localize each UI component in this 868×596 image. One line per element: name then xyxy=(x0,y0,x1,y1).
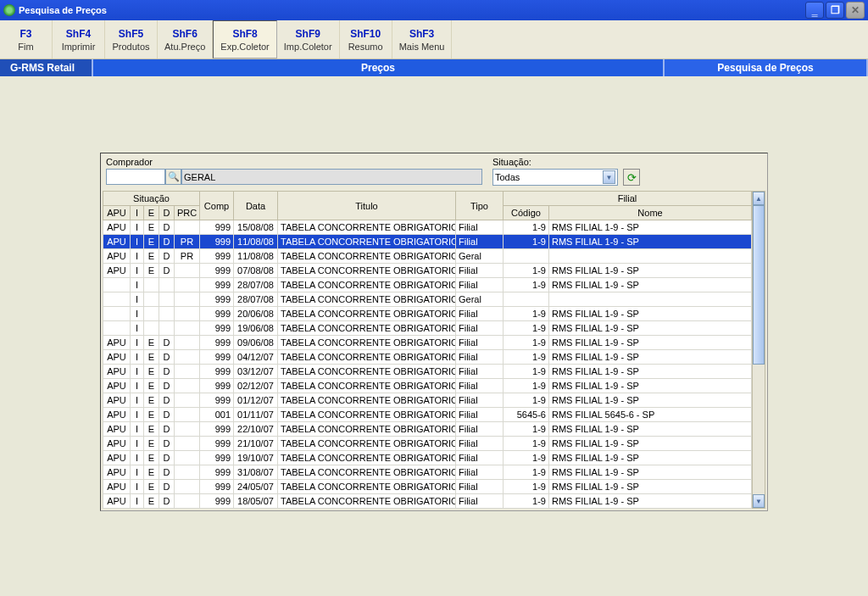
cell-tipo: Filial xyxy=(456,307,504,321)
scroll-down-button[interactable]: ▼ xyxy=(753,494,765,508)
cell-codigo xyxy=(504,249,549,264)
cell-prc xyxy=(175,264,200,278)
table-row[interactable]: APUIEDPR99911/08/08TABELA CONCORRENTE OB… xyxy=(103,235,752,249)
cell-codigo: 1-9 xyxy=(504,235,549,249)
tool-label: Exp.Coletor xyxy=(220,42,269,52)
cell-prc xyxy=(175,422,200,437)
table-row[interactable]: I99920/06/08TABELA CONCORRENTE OBRIGATOR… xyxy=(103,307,752,321)
cell-i: I xyxy=(131,480,144,494)
table-row[interactable]: APUIEDPR99911/08/08TABELA CONCORRENTE OB… xyxy=(103,249,752,264)
cell-data: 09/06/08 xyxy=(234,336,278,350)
th-situacao-group[interactable]: Situação xyxy=(103,192,200,206)
title-bar: Pesquisa de Preços ‗ ❐ ✕ xyxy=(0,0,868,20)
table-row[interactable]: APUIED99902/12/07TABELA CONCORRENTE OBRI… xyxy=(103,379,752,393)
table-row[interactable]: APUIED99915/08/08TABELA CONCORRENTE OBRI… xyxy=(103,220,752,235)
cell-d: D xyxy=(159,451,175,465)
tool-expcoletor[interactable]: ShF8Exp.Coletor xyxy=(213,20,276,58)
cell-nome: RMS FILIAL 1-9 - SP xyxy=(549,336,752,350)
cell-data: 18/05/07 xyxy=(234,494,278,509)
th-nome[interactable]: Nome xyxy=(549,206,752,220)
cell-codigo: 5645-6 xyxy=(504,408,549,422)
table-row[interactable]: APUIED99921/10/07TABELA CONCORRENTE OBRI… xyxy=(103,437,752,451)
th-prc[interactable]: PRC xyxy=(175,206,200,220)
comprador-input[interactable] xyxy=(106,169,165,185)
cell-titulo: TABELA CONCORRENTE OBRIGATORIO xyxy=(278,393,456,408)
tool-atupreo[interactable]: ShF6Atu.Preço xyxy=(158,20,213,58)
th-codigo[interactable]: Código xyxy=(504,206,549,220)
cell-nome: RMS FILIAL 1-9 - SP xyxy=(549,494,752,509)
table-row[interactable]: APUIED00101/11/07TABELA CONCORRENTE OBRI… xyxy=(103,408,752,422)
th-apu[interactable]: APU xyxy=(103,206,131,220)
cell-d: D xyxy=(159,494,175,509)
table-row[interactable]: APUIED99901/12/07TABELA CONCORRENTE OBRI… xyxy=(103,393,752,408)
table-row[interactable]: APUIED99922/10/07TABELA CONCORRENTE OBRI… xyxy=(103,422,752,437)
situacao-label: Situação: xyxy=(492,157,640,167)
tool-imprimir[interactable]: ShF4Imprimir xyxy=(53,20,105,58)
cell-comp: 999 xyxy=(200,365,234,379)
scroll-thumb[interactable] xyxy=(753,205,765,365)
scrollbar-vertical[interactable]: ▲ ▼ xyxy=(752,191,765,509)
table-row[interactable]: APUIED99931/08/07TABELA CONCORRENTE OBRI… xyxy=(103,465,752,480)
cell-codigo: 1-9 xyxy=(504,451,549,465)
situacao-select[interactable]: Todas ▼ xyxy=(492,169,618,186)
cell-prc xyxy=(175,379,200,393)
comprador-search-button[interactable]: 🔍 xyxy=(165,169,181,185)
cell-d: D xyxy=(159,350,175,365)
table-row[interactable]: APUIED99909/06/08TABELA CONCORRENTE OBRI… xyxy=(103,336,752,350)
cell-d xyxy=(159,278,175,292)
th-comp[interactable]: Comp xyxy=(200,192,234,220)
th-data[interactable]: Data xyxy=(234,192,278,220)
close-button[interactable]: ✕ xyxy=(846,2,865,19)
cell-codigo: 1-9 xyxy=(504,264,549,278)
cell-nome xyxy=(549,249,752,264)
cell-codigo: 1-9 xyxy=(504,480,549,494)
cell-e: E xyxy=(144,235,159,249)
cell-tipo: Filial xyxy=(456,278,504,292)
th-titulo[interactable]: Titulo xyxy=(278,192,456,220)
cell-data: 15/08/08 xyxy=(234,220,278,235)
cell-e: E xyxy=(144,422,159,437)
tool-produtos[interactable]: ShF5Produtos xyxy=(105,20,158,58)
cell-tipo: Filial xyxy=(456,437,504,451)
table-row[interactable]: I99928/07/08TABELA CONCORRENTE OBRIGATOR… xyxy=(103,278,752,292)
cell-nome: RMS FILIAL 1-9 - SP xyxy=(549,437,752,451)
cell-tipo: Filial xyxy=(456,480,504,494)
table-row[interactable]: APUIED99919/10/07TABELA CONCORRENTE OBRI… xyxy=(103,451,752,465)
cell-apu: APU xyxy=(103,350,131,365)
table-row[interactable]: APUIED99907/08/08TABELA CONCORRENTE OBRI… xyxy=(103,264,752,278)
th-filial-group[interactable]: Filial xyxy=(504,192,752,206)
toolbar: F3FimShF4ImprimirShF5ProdutosShF6Atu.Pre… xyxy=(0,20,868,59)
scroll-up-button[interactable]: ▲ xyxy=(753,192,765,205)
table-row[interactable]: APUIED99924/05/07TABELA CONCORRENTE OBRI… xyxy=(103,480,752,494)
cell-d xyxy=(159,307,175,321)
th-d[interactable]: D xyxy=(159,206,175,220)
cell-i: I xyxy=(131,321,144,336)
refresh-button[interactable]: ⟳ xyxy=(623,169,640,186)
tool-fim[interactable]: F3Fim xyxy=(0,20,53,58)
data-grid[interactable]: Situação Comp Data Titulo Tipo Filial AP… xyxy=(103,191,752,509)
cell-apu: APU xyxy=(103,336,131,350)
table-row[interactable]: APUIED99903/12/07TABELA CONCORRENTE OBRI… xyxy=(103,365,752,379)
cell-e xyxy=(144,321,159,336)
table-row[interactable]: APUIED99918/05/07TABELA CONCORRENTE OBRI… xyxy=(103,494,752,509)
cell-prc: PR xyxy=(175,235,200,249)
tool-resumo[interactable]: ShF10Resumo xyxy=(340,20,392,58)
table-row[interactable]: I99928/07/08TABELA CONCORRENTE OBRIGATOR… xyxy=(103,292,752,307)
th-tipo[interactable]: Tipo xyxy=(456,192,504,220)
th-e[interactable]: E xyxy=(144,206,159,220)
tool-maismenu[interactable]: ShF3Mais Menu xyxy=(392,20,453,58)
table-row[interactable]: APUIED99904/12/07TABELA CONCORRENTE OBRI… xyxy=(103,350,752,365)
cell-d: D xyxy=(159,437,175,451)
th-i[interactable]: I xyxy=(131,206,144,220)
minimize-button[interactable]: ‗ xyxy=(805,2,824,19)
table-row[interactable]: I99919/06/08TABELA CONCORRENTE OBRIGATOR… xyxy=(103,321,752,336)
cell-apu: APU xyxy=(103,465,131,480)
cell-i: I xyxy=(131,379,144,393)
cell-data: 31/08/07 xyxy=(234,465,278,480)
restore-button[interactable]: ❐ xyxy=(826,2,844,19)
tool-impcoletor[interactable]: ShF9Imp.Coletor xyxy=(277,20,340,58)
cell-tipo: Geral xyxy=(456,292,504,307)
cell-nome: RMS FILIAL 1-9 - SP xyxy=(549,365,752,379)
cell-titulo: TABELA CONCORRENTE OBRIGATORIO xyxy=(278,321,456,336)
scroll-track[interactable] xyxy=(753,205,765,494)
